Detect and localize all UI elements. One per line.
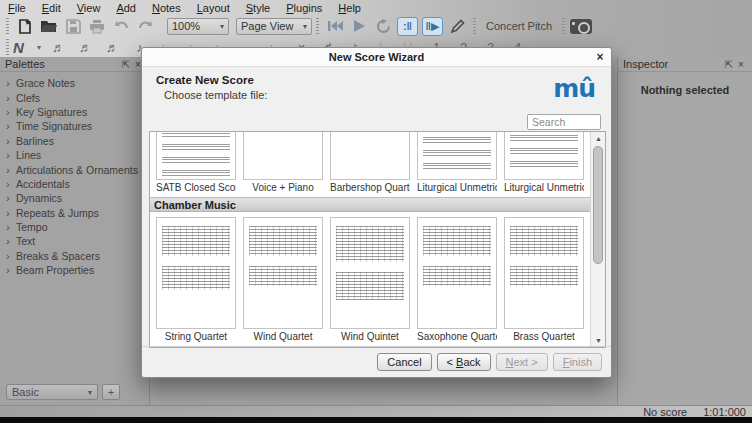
toolbar-drag-handle[interactable] (473, 18, 476, 34)
template-satb-closed-piano[interactable]: SATB Closed Score + Piano (156, 131, 236, 193)
menu-help[interactable]: Help (338, 2, 361, 14)
note-64th-icon[interactable]: ♬ (45, 40, 72, 55)
toolbar-drag-handle[interactable] (6, 18, 9, 34)
menu-bar: File Edit View Add Notes Layout Style Pl… (0, 0, 752, 15)
loop-playback-icon[interactable] (371, 16, 395, 36)
view-mode-combo[interactable]: Page View ▾ (236, 18, 312, 35)
palette-item-repeats-jumps[interactable]: ›Repeats & Jumps (6, 206, 149, 220)
menu-view[interactable]: View (77, 2, 101, 14)
wizard-heading: Create New Score (156, 74, 597, 86)
rewind-icon[interactable] (323, 16, 347, 36)
menu-plugins[interactable]: Plugins (286, 2, 322, 14)
redo-icon[interactable] (133, 16, 157, 36)
scroll-up-icon[interactable]: ▲ (591, 132, 606, 145)
concert-pitch-button[interactable]: Concert Pitch (480, 20, 558, 32)
status-bar: No score 1:01:000 (0, 405, 752, 417)
note-16th-icon[interactable]: ♬ (99, 40, 126, 55)
pan-toggle[interactable]: ‖▶ (422, 17, 443, 36)
workspace-value: Basic (12, 386, 39, 398)
screenshot-icon[interactable] (569, 16, 593, 36)
inspector-titlebar: Inspector ⇱ × (618, 57, 752, 72)
template-row-chamber: String Quartet Wind Quartet Wind Quintet… (150, 217, 590, 342)
add-workspace-button[interactable]: + (102, 384, 120, 400)
template-row-vocal: SATB Closed Score + Piano Voice + Piano … (150, 131, 590, 193)
repeat-icon: :‖ (403, 20, 412, 32)
palette-item-barlines[interactable]: ›Barlines (6, 134, 149, 148)
menu-file[interactable]: File (8, 2, 26, 14)
palette-item-articulations[interactable]: ›Articulations & Ornaments (6, 162, 149, 176)
chevron-right-icon: › (6, 135, 16, 147)
template-saxophone-quartet[interactable]: Saxophone Quartet (417, 217, 497, 342)
template-search-input[interactable] (527, 114, 601, 130)
template-scrollbar[interactable]: ▲ ▼ (590, 132, 605, 347)
toolbar-drag-handle[interactable] (316, 18, 319, 34)
workspace-row: Basic ▾ + (6, 384, 120, 400)
palettes-title: Palettes (5, 58, 45, 70)
palette-item-text[interactable]: ›Text (6, 234, 149, 248)
palette-item-clefs[interactable]: ›Clefs (6, 90, 149, 104)
musescore-logo: mû (553, 74, 595, 103)
repeat-toggle[interactable]: :‖ (397, 17, 418, 36)
template-liturgical-unmetrical[interactable]: Liturgical Unmetrical (417, 131, 497, 193)
note-input-arrow-icon[interactable]: ▾ (37, 43, 41, 52)
dialog-titlebar[interactable]: New Score Wizard × (142, 48, 611, 67)
save-icon[interactable] (61, 16, 85, 36)
section-header-chamber-music: Chamber Music (150, 197, 590, 212)
dialog-footer: Cancel < Back Next > Finish (142, 346, 611, 377)
undo-icon[interactable] (109, 16, 133, 36)
chevron-right-icon: › (6, 106, 16, 118)
new-score-wizard-dialog: New Score Wizard × Create New Score Choo… (141, 47, 612, 378)
palette-item-tempo[interactable]: ›Tempo (6, 220, 149, 234)
open-file-icon[interactable] (37, 16, 61, 36)
palette-item-lines[interactable]: ›Lines (6, 148, 149, 162)
palette-item-key-signatures[interactable]: ›Key Signatures (6, 105, 149, 119)
toolbar-drag-handle[interactable] (562, 18, 565, 34)
template-voice-piano[interactable]: Voice + Piano (243, 131, 323, 193)
note-input-button[interactable]: N (13, 39, 33, 56)
chevron-right-icon: › (6, 120, 16, 132)
chevron-right-icon: › (6, 178, 16, 190)
float-panel-icon[interactable]: ⇱ (723, 59, 735, 70)
main-toolbar: 100% ▾ Page View ▾ :‖ ‖▶ (0, 15, 752, 37)
menu-add[interactable]: Add (116, 2, 136, 14)
dialog-close-icon[interactable]: × (589, 50, 611, 64)
float-panel-icon[interactable]: ⇱ (120, 59, 132, 70)
template-liturgical-unmetrical-2[interactable]: Liturgical Unmetrical... (504, 131, 584, 193)
palette-item-grace-notes[interactable]: ›Grace Notes (6, 76, 149, 90)
menu-style[interactable]: Style (246, 2, 270, 14)
palette-item-accidentals[interactable]: ›Accidentals (6, 177, 149, 191)
note-32nd-icon[interactable]: ♬ (72, 40, 99, 55)
close-panel-icon[interactable]: × (735, 59, 747, 70)
print-icon[interactable] (85, 16, 109, 36)
edit-mode-icon[interactable] (445, 16, 469, 36)
workspace-combo[interactable]: Basic ▾ (6, 384, 98, 400)
menu-layout[interactable]: Layout (197, 2, 230, 14)
pan-icon: ‖▶ (426, 20, 440, 33)
inspector-panel: Inspector ⇱ × Nothing selected (617, 57, 752, 405)
chevron-right-icon: › (6, 92, 16, 104)
score-status: No score (643, 406, 687, 418)
new-score-icon[interactable] (13, 16, 37, 36)
chevron-right-icon: › (6, 207, 16, 219)
palette-item-dynamics[interactable]: ›Dynamics (6, 191, 149, 205)
scrollbar-thumb[interactable] (593, 146, 603, 264)
palette-item-beam-properties[interactable]: ›Beam Properties (6, 263, 149, 277)
menu-edit[interactable]: Edit (42, 2, 61, 14)
back-button[interactable]: < Back (437, 353, 491, 371)
wizard-subheading: Choose template file: (156, 89, 597, 101)
finish-button[interactable]: Finish (553, 353, 602, 371)
template-string-quartet[interactable]: String Quartet (156, 217, 236, 342)
template-wind-quartet[interactable]: Wind Quartet (243, 217, 323, 342)
menu-notes[interactable]: Notes (152, 2, 181, 14)
palette-item-breaks-spacers[interactable]: ›Breaks & Spacers (6, 249, 149, 263)
cancel-button[interactable]: Cancel (377, 353, 431, 371)
zoom-combo[interactable]: 100% ▾ (167, 18, 229, 35)
template-brass-quartet[interactable]: Brass Quartet (504, 217, 584, 342)
palette-item-time-signatures[interactable]: ›Time Signatures (6, 119, 149, 133)
toolbar-drag-handle[interactable] (6, 39, 9, 55)
play-icon[interactable] (347, 16, 371, 36)
next-button[interactable]: Next > (496, 353, 548, 371)
template-barbershop-quartet[interactable]: Barbershop Quartet (330, 131, 410, 193)
musescore-window: File Edit View Add Notes Layout Style Pl… (0, 0, 752, 423)
template-wind-quintet[interactable]: Wind Quintet (330, 217, 410, 342)
